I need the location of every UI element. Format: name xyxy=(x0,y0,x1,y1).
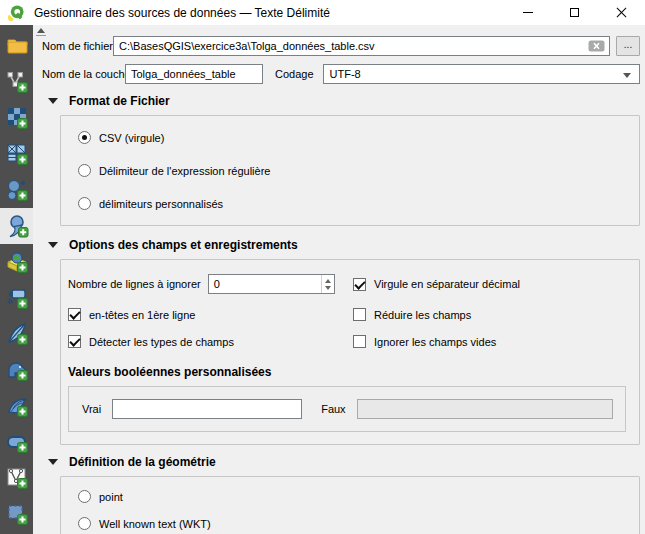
checkbox-trim-fields[interactable]: Réduire les champs xyxy=(353,308,627,321)
source-type-sidebar xyxy=(0,25,33,534)
browse-button[interactable]: ... xyxy=(616,36,640,56)
false-value-input[interactable] xyxy=(357,399,613,419)
vector-tile-icon xyxy=(5,502,29,526)
checkbox-detect-field-types[interactable]: Détecter les types de champs xyxy=(68,335,353,348)
sidebar-item-delimited-text[interactable] xyxy=(0,208,33,244)
window-controls xyxy=(504,0,645,25)
radio-regex[interactable] xyxy=(78,164,91,177)
radio-csv[interactable] xyxy=(78,131,91,144)
sidebar-item-raster[interactable] xyxy=(0,100,33,136)
sidebar-item-mesh[interactable] xyxy=(0,136,33,172)
window-title: Gestionnaire des sources de données — Te… xyxy=(34,6,330,20)
radio-point-label: point xyxy=(99,491,123,503)
radio-regex-label: Délimiteur de l'expression régulière xyxy=(99,165,270,177)
trim-fields-checkbox[interactable] xyxy=(353,308,366,321)
skip-lines-row: Nombre de lignes à ignorer 0 xyxy=(68,274,353,294)
oracle-database-icon xyxy=(5,430,29,454)
mssql-sail-icon xyxy=(5,394,29,418)
format-group: CSV (virgule) Délimiteur de l'expression… xyxy=(60,115,640,226)
close-button[interactable] xyxy=(598,0,645,25)
titlebar: Gestionnaire des sources de données — Te… xyxy=(0,0,645,25)
true-value-input[interactable] xyxy=(112,399,302,419)
minimize-button[interactable] xyxy=(504,0,551,25)
trim-fields-label: Réduire les champs xyxy=(374,309,471,321)
skip-lines-value: 0 xyxy=(209,275,321,293)
true-label: Vrai xyxy=(82,403,101,415)
maximize-icon xyxy=(570,8,579,17)
sidebar-item-postgresql[interactable] xyxy=(0,352,33,388)
decimal-comma-label: Virgule en séparateur décimal xyxy=(374,278,520,290)
arrow-up-icon[interactable] xyxy=(325,279,331,283)
geopackage-icon xyxy=(5,250,29,274)
encoding-value: UTF-8 xyxy=(330,68,361,80)
sidebar-item-geopackage[interactable] xyxy=(0,244,33,280)
splitter-collapse-icon[interactable] xyxy=(36,28,46,36)
sidebar-item-browser[interactable] xyxy=(0,28,33,64)
spinner-arrows[interactable] xyxy=(321,275,334,293)
fields-section-header[interactable]: Options des champs et enregistrements xyxy=(48,238,640,252)
collapse-triangle-icon xyxy=(48,98,58,104)
skip-lines-label: Nombre de lignes à ignorer xyxy=(68,278,201,290)
virtual-layer-icon xyxy=(5,466,29,490)
radio-row-custom-delimiters[interactable]: délimiteurs personnalisés xyxy=(78,187,627,220)
geometry-section-header[interactable]: Définition de la géométrie xyxy=(48,455,640,469)
maximize-button[interactable] xyxy=(551,0,598,25)
file-name-label: Nom de fichier xyxy=(42,40,113,52)
qgis-logo-icon xyxy=(8,4,25,21)
radio-row-csv[interactable]: CSV (virgule) xyxy=(78,121,627,154)
radio-row-wkt[interactable]: Well known text (WKT) xyxy=(78,510,627,534)
sidebar-item-mssql[interactable] xyxy=(0,388,33,424)
gps-device-icon xyxy=(5,286,29,310)
spatialite-feather-icon xyxy=(5,322,29,346)
arrow-down-icon[interactable] xyxy=(325,286,331,290)
radio-row-regex[interactable]: Délimiteur de l'expression régulière xyxy=(78,154,627,187)
first-line-headers-checkbox[interactable] xyxy=(68,308,81,321)
layer-name-input[interactable] xyxy=(125,64,263,84)
sidebar-item-vector[interactable] xyxy=(0,64,33,100)
minimize-icon xyxy=(523,12,533,13)
radio-wkt[interactable] xyxy=(78,517,91,530)
discard-empty-fields-checkbox[interactable] xyxy=(353,335,366,348)
checkbox-first-line-headers[interactable]: en-têtes en 1ère ligne xyxy=(68,308,353,321)
delimited-text-comma-icon xyxy=(5,214,29,238)
data-source-manager-window: Gestionnaire des sources de données — Te… xyxy=(0,0,645,534)
radio-point[interactable] xyxy=(78,490,91,503)
format-section-title: Format de Fichier xyxy=(69,94,170,108)
file-name-row: Nom de fichier ... xyxy=(42,36,640,56)
sidebar-item-virtual-layer[interactable] xyxy=(0,460,33,496)
first-line-headers-label: en-têtes en 1ère ligne xyxy=(89,309,195,321)
skip-lines-spinner[interactable]: 0 xyxy=(208,274,335,294)
radio-row-point[interactable]: point xyxy=(78,483,627,510)
boolean-values-title: Valeurs booléennes personnalisées xyxy=(68,365,627,379)
collapse-triangle-icon xyxy=(48,242,58,248)
sidebar-item-spatialite[interactable] xyxy=(0,316,33,352)
discard-empty-fields-label: Ignorer les champs vides xyxy=(374,336,496,348)
boolean-values-frame: Vrai Faux xyxy=(68,386,626,432)
radio-custom-delimiters[interactable] xyxy=(78,197,91,210)
encoding-label: Codage xyxy=(275,68,314,80)
decimal-comma-checkbox[interactable] xyxy=(353,278,366,291)
clear-text-icon[interactable] xyxy=(588,40,605,52)
sidebar-item-vector-tile[interactable] xyxy=(0,496,33,532)
encoding-select[interactable]: UTF-8 xyxy=(323,64,640,84)
collapse-triangle-icon xyxy=(48,459,58,465)
sidebar-item-oracle[interactable] xyxy=(0,424,33,460)
raster-layer-icon xyxy=(5,106,29,130)
radio-wkt-label: Well known text (WKT) xyxy=(99,518,211,530)
folder-browser-icon xyxy=(5,34,29,58)
checkbox-discard-empty-fields[interactable]: Ignorer les champs vides xyxy=(353,335,627,348)
detect-field-types-checkbox[interactable] xyxy=(68,335,81,348)
point-cloud-layer-icon xyxy=(5,178,29,202)
format-section-header[interactable]: Format de Fichier xyxy=(48,94,640,108)
fields-group: Nombre de lignes à ignorer 0 Virgule en … xyxy=(60,259,640,445)
checkbox-decimal-comma[interactable]: Virgule en séparateur décimal xyxy=(353,278,627,291)
sidebar-item-point-cloud[interactable] xyxy=(0,172,33,208)
false-label: Faux xyxy=(321,403,345,415)
sidebar-item-gps[interactable] xyxy=(0,280,33,316)
layer-name-label: Nom de la couche xyxy=(42,68,125,80)
file-name-input[interactable] xyxy=(113,36,610,56)
geometry-group: point Well known text (WKT) Pas de géomé… xyxy=(60,476,640,534)
vector-layer-icon xyxy=(5,70,29,94)
radio-csv-label: CSV (virgule) xyxy=(99,132,164,144)
fields-section-title: Options des champs et enregistrements xyxy=(69,238,298,252)
